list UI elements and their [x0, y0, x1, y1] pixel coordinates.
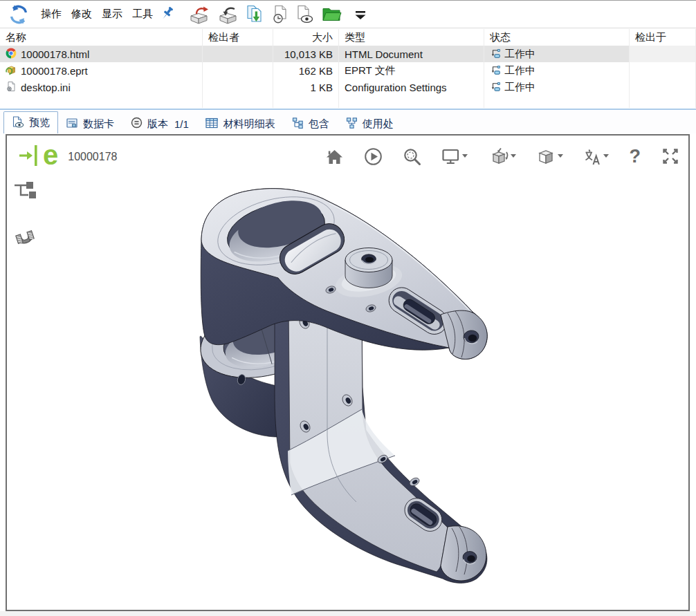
file-size: 10,013 KB — [273, 46, 339, 62]
chevron-down-icon — [603, 154, 609, 158]
file-list-empty-area — [0, 95, 696, 108]
file-list: 名称 检出者 大小 类型 状态 检出于 100001 — [0, 29, 696, 108]
preview-document-icon[interactable] — [292, 3, 318, 26]
tab-label: 预览 — [29, 116, 50, 129]
viewer-toolbar: ? — [325, 147, 680, 166]
check-out-icon[interactable] — [185, 3, 214, 26]
rotate-view-icon[interactable] — [488, 147, 516, 166]
model-title: 10000178 — [68, 151, 117, 163]
sync-logo-icon[interactable] — [5, 3, 33, 26]
data-card-icon — [66, 118, 78, 131]
viewer-side-tools — [12, 180, 38, 253]
edrawings-brand: e 10000178 — [18, 144, 117, 170]
version-icon — [131, 117, 143, 131]
edrawings-logo-letter: e — [43, 143, 58, 167]
checked-out-in-cell — [630, 62, 696, 79]
checked-out-in-cell — [630, 46, 696, 62]
file-type: Configuration Settings — [339, 79, 484, 95]
tab-label: 使用处 — [363, 118, 394, 131]
file-name: 10000178.html — [21, 48, 89, 60]
where-used-tree-icon — [346, 118, 358, 131]
preview-pane: e 10000178 — [6, 134, 690, 611]
version-value: 1/1 — [174, 118, 189, 130]
play-animation-icon[interactable] — [364, 147, 383, 166]
chevron-down-icon — [462, 154, 468, 158]
file-type: EPRT 文件 — [339, 62, 484, 79]
preview-tabbar: 预览 数据卡 版本 1/1 — [0, 111, 696, 133]
section-view-icon[interactable] — [12, 224, 38, 253]
table-row[interactable]: 10000178.eprt 162 KB EPRT 文件 工作中 — [0, 62, 696, 79]
checked-out-in-cell — [630, 79, 696, 95]
contains-tree-icon — [292, 118, 304, 131]
checked-out-by-cell — [203, 46, 273, 62]
file-name: desktop.ini — [21, 82, 71, 93]
fullscreen-icon[interactable] — [661, 147, 680, 166]
column-header-size[interactable]: 大小 — [273, 29, 339, 46]
file-name: 10000178.eprt — [21, 65, 88, 77]
ini-file-icon — [6, 81, 17, 94]
tab-where-used[interactable]: 使用处 — [338, 113, 402, 133]
edrawings-part-icon — [6, 64, 17, 77]
status-text: 工作中 — [504, 81, 535, 94]
components-tree-icon[interactable] — [12, 180, 38, 206]
column-header-checked-out-by[interactable]: 检出者 — [203, 29, 273, 46]
tab-version[interactable]: 版本 1/1 — [122, 113, 197, 133]
language-icon[interactable] — [583, 148, 609, 165]
column-header-type[interactable]: 类型 — [339, 29, 484, 46]
status-text: 工作中 — [504, 48, 535, 61]
chrome-icon — [6, 48, 17, 61]
tab-bom[interactable]: 材料明细表 — [197, 113, 284, 133]
get-latest-version-icon[interactable] — [243, 3, 268, 26]
workflow-state-icon — [490, 82, 500, 93]
window-bottom-strip — [0, 611, 696, 616]
menu-bar: 操作 修改 显示 工具 — [38, 6, 156, 23]
chevron-down-icon — [511, 154, 516, 158]
panel-separator — [0, 109, 696, 110]
tab-contains[interactable]: 包含 — [284, 113, 338, 133]
tab-preview[interactable]: 预览 — [3, 111, 58, 133]
file-type: HTML Document — [339, 46, 484, 62]
menu-tools[interactable]: 工具 — [129, 6, 156, 23]
tab-data-card[interactable]: 数据卡 — [58, 113, 122, 133]
preview-tab-icon — [12, 116, 24, 130]
main-toolbar: 操作 修改 显示 工具 — [0, 0, 696, 28]
menu-modify[interactable]: 修改 — [68, 6, 95, 23]
edrawings-arrow-icon — [18, 144, 39, 170]
menu-operate[interactable]: 操作 — [38, 6, 64, 23]
column-header-status[interactable]: 状态 — [484, 29, 630, 46]
cad-model-3d-view[interactable] — [7, 136, 688, 610]
workflow-state-icon — [490, 65, 500, 77]
help-icon[interactable]: ? — [629, 147, 641, 166]
open-folder-icon[interactable] — [318, 3, 345, 26]
display-mode-icon[interactable] — [441, 147, 468, 166]
tab-label: 材料明细表 — [223, 118, 275, 131]
check-in-icon[interactable] — [214, 3, 243, 26]
pin-icon[interactable] — [156, 3, 179, 26]
tab-label: 包含 — [309, 118, 329, 131]
more-options-icon[interactable] — [351, 3, 370, 26]
bom-table-icon — [205, 118, 219, 131]
file-list-header: 名称 检出者 大小 类型 状态 检出于 — [0, 29, 696, 46]
view-orientation-icon[interactable] — [536, 147, 563, 166]
zoom-fit-icon[interactable] — [403, 147, 421, 166]
chevron-down-icon — [558, 154, 563, 158]
home-icon[interactable] — [325, 148, 344, 165]
workflow-state-icon — [490, 48, 500, 60]
version-history-icon[interactable] — [268, 3, 292, 26]
table-row[interactable]: desktop.ini 1 KB Configuration Settings … — [0, 79, 696, 95]
file-size: 1 KB — [273, 79, 339, 95]
column-header-name[interactable]: 名称 — [0, 29, 203, 46]
tab-label: 版本 — [147, 118, 168, 131]
column-header-checked-out-in[interactable]: 检出于 — [630, 29, 696, 46]
file-size: 162 KB — [273, 62, 339, 79]
tab-label: 数据卡 — [83, 118, 114, 131]
table-row[interactable]: 10000178.html 10,013 KB HTML Document 工作… — [0, 46, 696, 62]
checked-out-by-cell — [203, 79, 273, 95]
checked-out-by-cell — [203, 62, 273, 79]
menu-display[interactable]: 显示 — [99, 6, 125, 23]
status-text: 工作中 — [504, 64, 535, 77]
